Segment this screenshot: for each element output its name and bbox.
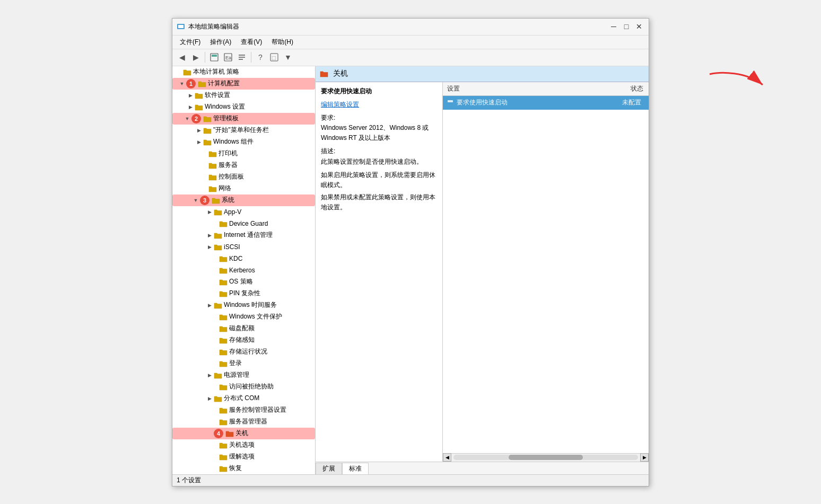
filter-button[interactable]: ▼ <box>282 51 294 64</box>
requirement-label: 要求: <box>321 114 335 121</box>
right-main: 要求使用快速启动 编辑策略设置 要求: Windows Server 2012、… <box>316 82 649 462</box>
kdc-icon <box>219 254 228 263</box>
tab-standard[interactable]: 标准 <box>342 463 369 474</box>
desc-note2: 如果禁用或未配置此策略设置，则使用本地设置。 <box>321 193 435 211</box>
help-button[interactable]: ? <box>254 51 267 64</box>
disk-quota-icon <box>219 324 228 333</box>
badge-1: 1 <box>186 79 196 89</box>
windows-comp-expand[interactable]: ▶ <box>195 138 203 146</box>
tree-kerberos[interactable]: Kerberos <box>172 264 315 276</box>
iscsi-icon <box>214 243 222 251</box>
scrollbar-thumb[interactable] <box>509 455 582 460</box>
tree-windows-comp[interactable]: ▶ Windows 组件 <box>172 136 315 148</box>
menu-file[interactable]: 文件(F) <box>176 37 205 48</box>
main-window: 本地组策略编辑器 ─ □ ✕ 文件(F) 操作(A) 查看(V) 帮助(H) ◀… <box>172 18 649 487</box>
pin-label: PIN 复杂性 <box>229 289 260 298</box>
right-header-icon <box>320 69 328 78</box>
start-menu-expand[interactable]: ▶ <box>195 126 203 135</box>
server-manager-icon <box>219 418 228 426</box>
app-icon <box>177 22 185 31</box>
forward-button[interactable]: ▶ <box>189 51 202 64</box>
settings-row-0[interactable]: 要求使用快速启动 未配置 <box>443 96 649 110</box>
tree-root[interactable]: 本地计算机 策略 <box>172 66 315 78</box>
shutdown-icon <box>225 429 234 438</box>
maximize-button[interactable]: □ <box>621 21 632 32</box>
tree-dist-com[interactable]: ▶ 分布式 COM <box>172 393 315 404</box>
minimize-button[interactable]: ─ <box>608 21 619 32</box>
tree-system[interactable]: ▼ 3 系统 <box>172 194 315 206</box>
tree-servers[interactable]: 服务器 <box>172 160 315 171</box>
tree-service-control[interactable]: 服务控制管理器设置 <box>172 404 315 416</box>
tree-power-mgmt[interactable]: ▶ 电源管理 <box>172 369 315 381</box>
printers-icon <box>208 149 217 158</box>
root-folder-icon <box>183 68 191 76</box>
scroll-left-btn[interactable]: ◀ <box>443 453 451 462</box>
iscsi-label: iSCSI <box>224 243 240 251</box>
tree-network[interactable]: 网络 <box>172 183 315 194</box>
scrollbar-track[interactable] <box>453 455 638 460</box>
edit-policy-link[interactable]: 编辑策略设置 <box>321 101 359 108</box>
menu-bar: 文件(F) 操作(A) 查看(V) 帮助(H) <box>172 36 649 49</box>
scroll-right-btn[interactable]: ▶ <box>640 453 649 462</box>
tree-app-v[interactable]: ▶ App-V <box>172 206 315 218</box>
storage-sense-label: 存储感知 <box>229 335 255 344</box>
toolbar: ◀ ▶ Ea ? ⬚ ▼ <box>172 49 649 66</box>
toolbar-btn3[interactable] <box>235 51 248 64</box>
tree-storage-status[interactable]: 存储运行状况 <box>172 346 315 358</box>
tree-kdc[interactable]: KDC <box>172 253 315 264</box>
svg-text:Ea: Ea <box>225 55 231 60</box>
service-control-icon <box>219 406 228 414</box>
tree-login[interactable]: 登录 <box>172 358 315 369</box>
tree-server-manager[interactable]: 服务器管理器 <box>172 416 315 428</box>
login-icon <box>219 359 228 368</box>
system-expand[interactable]: ▼ <box>191 196 200 205</box>
tab-expand[interactable]: 扩展 <box>316 463 342 474</box>
menu-action[interactable]: 操作(A) <box>206 37 235 48</box>
title-bar-left: 本地组策略编辑器 <box>177 22 239 31</box>
toolbar-btn4[interactable]: ⬚ <box>268 51 281 64</box>
tree-windows-file[interactable]: Windows 文件保护 <box>172 311 315 323</box>
menu-help[interactable]: 帮助(H) <box>267 37 298 48</box>
tree-shutdown[interactable]: 4 关机 <box>172 428 315 439</box>
tree-iscsi[interactable]: ▶ iSCSI <box>172 241 315 253</box>
tree-software-settings[interactable]: ▶ 软件设置 <box>172 90 315 101</box>
horizontal-scrollbar[interactable]: ◀ ▶ <box>443 453 649 462</box>
tree-recovery[interactable]: 恢复 <box>172 463 315 474</box>
computer-config-expand[interactable]: ▼ <box>178 79 186 88</box>
tree-start-menu[interactable]: ▶ "开始"菜单和任务栏 <box>172 125 315 136</box>
app-v-icon <box>214 208 222 216</box>
tree-disk-quota[interactable]: 磁盘配额 <box>172 323 315 334</box>
tree-windows-settings[interactable]: ▶ Windows 设置 <box>172 101 315 113</box>
tree-windows-time[interactable]: ▶ Windows 时间服务 <box>172 299 315 311</box>
windows-settings-label: Windows 设置 <box>205 102 245 111</box>
admin-templates-expand[interactable]: ▼ <box>183 114 191 123</box>
settings-empty-area <box>443 110 649 453</box>
tree-mitigation[interactable]: 缓解选项 <box>172 451 315 463</box>
tree-storage-sense[interactable]: 存储感知 <box>172 334 315 346</box>
tree-printers[interactable]: 打印机 <box>172 148 315 160</box>
windows-settings-icon <box>195 103 203 111</box>
tree-access-denied[interactable]: 访问被拒绝协助 <box>172 381 315 393</box>
pin-icon <box>219 289 228 298</box>
kdc-label: KDC <box>229 255 242 262</box>
tree-os-policy[interactable]: OS 策略 <box>172 276 315 288</box>
power-mgmt-icon <box>214 371 222 379</box>
toolbar-btn2[interactable]: Ea <box>222 51 234 64</box>
tree-admin-templates[interactable]: ▼ 2 管理模板 <box>172 113 315 125</box>
tree-device-guard[interactable]: Device Guard <box>172 218 315 229</box>
tree-shutdown-options[interactable]: 关机选项 <box>172 439 315 451</box>
badge-2: 2 <box>191 114 201 123</box>
menu-view[interactable]: 查看(V) <box>237 37 266 48</box>
toolbar-btn1[interactable] <box>208 51 221 64</box>
tree-pin[interactable]: PIN 复杂性 <box>172 288 315 299</box>
root-expand-icon[interactable] <box>174 68 183 76</box>
back-button[interactable]: ◀ <box>176 51 188 64</box>
admin-templates-icon <box>203 114 212 123</box>
windows-settings-expand[interactable]: ▶ <box>186 103 195 111</box>
svg-rect-10 <box>448 100 453 102</box>
software-expand[interactable]: ▶ <box>186 91 195 100</box>
close-button[interactable]: ✕ <box>634 21 644 32</box>
tree-internet-comm[interactable]: ▶ Internet 通信管理 <box>172 229 315 241</box>
tree-control-panel[interactable]: 控制面板 <box>172 171 315 183</box>
tree-computer-config[interactable]: ▼ 1 计算机配置 <box>172 78 315 90</box>
